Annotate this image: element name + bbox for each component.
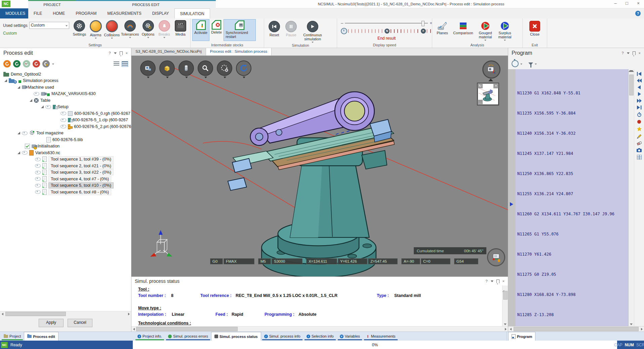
dock-tab-simul-process-info[interactable]: i Simul. process info — [261, 332, 304, 341]
play-icon[interactable] — [638, 92, 641, 96]
visibility-eye-icon[interactable] — [61, 125, 66, 128]
status-panel-vscrollbar[interactable] — [502, 286, 508, 326]
gcode-line[interactable]: N11255 X136.214 Y24.807 — [517, 191, 628, 197]
expand-icon[interactable] — [17, 132, 20, 134]
minimap-refresh-icon[interactable]: ↻ — [478, 83, 483, 88]
tree-row[interactable]: 600-92676-5_0.rgh (600-9267 — [0, 110, 131, 117]
gcode-line[interactable]: N11230 G1 X162.848 Y-55.81 — [517, 91, 628, 96]
panel-help-icon[interactable]: ? — [621, 51, 623, 55]
check-green-icon[interactable] — [13, 60, 21, 68]
visibility-eye-icon[interactable] — [34, 92, 39, 96]
gcode-line[interactable]: N11270 Y61.426 — [517, 252, 628, 257]
dock-tab-project-info[interactable]: i Project info. — [134, 332, 165, 341]
scrollbar-thumb[interactable] — [136, 327, 238, 331]
collapse-arrow-icon[interactable] — [488, 79, 493, 81]
scrollbar-thumb[interactable] — [5, 312, 66, 316]
expand-icon[interactable] — [41, 105, 44, 108]
options-button[interactable]: Options — [140, 19, 156, 38]
expand-icon[interactable] — [4, 79, 7, 82]
tab-home[interactable]: HOME — [47, 8, 70, 18]
camera-capture-icon[interactable] — [482, 60, 500, 79]
expand-icon[interactable] — [30, 99, 32, 102]
check-orange-icon[interactable] — [3, 60, 11, 68]
stopwatch-small-icon[interactable] — [637, 112, 642, 117]
media-button[interactable]: Media — [172, 19, 189, 36]
speed-slider-thumb[interactable] — [421, 21, 425, 26]
scroll-right-icon[interactable] — [639, 327, 644, 331]
expand-icon[interactable] — [17, 86, 20, 89]
normal-speed-marker[interactable]: N — [385, 29, 390, 34]
visibility-eye-icon[interactable] — [35, 164, 41, 168]
settings-button[interactable]: Settings — [71, 19, 87, 36]
gcode-line[interactable]: N11250 X136.865 Y22.835 — [517, 171, 628, 176]
speed-slider[interactable] — [345, 23, 428, 24]
visibility-eye-icon[interactable] — [35, 171, 41, 174]
scrollbar-thumb[interactable] — [503, 291, 508, 300]
collisions-button[interactable]: Collisions — [104, 19, 120, 39]
speed-plus[interactable]: + — [430, 20, 432, 26]
snapshot-icon[interactable] — [637, 148, 642, 152]
tree-row[interactable]: Tool magazine — [0, 130, 131, 137]
program-vscrollbar[interactable] — [628, 69, 634, 326]
scroll-down-icon[interactable] — [630, 323, 633, 325]
tab-file[interactable]: FILE — [28, 8, 47, 18]
scrollbar-thumb[interactable] — [514, 327, 639, 331]
panel-menu-icon[interactable] — [491, 280, 493, 282]
tree-horizontal-scrollbar[interactable] — [0, 311, 131, 316]
machine-state-icon[interactable] — [487, 248, 505, 266]
tree-row[interactable]: 600-92676-5_2.prt (600-92676 — [0, 123, 131, 130]
tree-row-selected[interactable]: Tool sequence 5, tool #10 - (0%) — [0, 182, 131, 189]
synchronized-restart-button[interactable]: Synchronized restart — [224, 19, 256, 41]
visibility-eye-icon[interactable] — [35, 177, 41, 181]
tab-display[interactable]: DISPLAY — [147, 8, 174, 18]
view-mode-detail-icon[interactable] — [122, 61, 128, 67]
minimap-close-icon[interactable]: × — [493, 83, 498, 88]
gcode-line[interactable]: N11235 X156.595 Y-36.884 — [517, 111, 628, 116]
chevron-down-icon[interactable] — [535, 63, 537, 65]
minimap-more-icon[interactable]: … — [478, 100, 483, 105]
breakpoint-icon[interactable] — [637, 120, 641, 124]
expand-icon[interactable] — [17, 151, 20, 154]
visibility-eye-icon[interactable] — [61, 118, 66, 122]
scrollbar-thumb[interactable] — [629, 75, 634, 95]
dock-tab-project[interactable]: Project — [1, 332, 24, 341]
panel-menu-icon[interactable] — [114, 52, 117, 54]
edit-pencil-icon[interactable] — [637, 134, 642, 139]
visibility-eye-icon[interactable] — [61, 112, 66, 115]
check-settings-icon[interactable] — [42, 60, 50, 68]
scroll-left-icon[interactable] — [131, 327, 136, 331]
minimap[interactable]: ↻ × … — [477, 83, 499, 105]
tree-row[interactable]: MAZAK_VARIAXIS-630 — [0, 91, 131, 97]
used-settings-select[interactable]: Custom — [29, 22, 70, 29]
tree-row[interactable]: Tool sequence 4, tool #7 - (0%) — [0, 176, 131, 182]
report-icon[interactable] — [140, 60, 156, 76]
checkbox-checked-icon[interactable] — [25, 144, 30, 149]
target-select-icon[interactable] — [217, 60, 232, 76]
tree-row[interactable]: Initialisation — [0, 143, 131, 150]
apply-button[interactable]: Apply — [39, 319, 64, 327]
chevron-down-icon[interactable] — [52, 63, 54, 65]
gcode-line[interactable]: N11260 G2 X134.611 Y34.767 I30.147 J9.96 — [517, 212, 628, 217]
gcode-line[interactable]: N11280 X168.824 Y-73.898 — [517, 292, 628, 297]
tab-simulation[interactable]: SIMULATION — [174, 8, 210, 18]
gcode-line[interactable]: N11240 X156.314 Y-36.032 — [517, 131, 628, 136]
panel-menu-icon[interactable] — [627, 52, 630, 54]
doc-tab-project[interactable]: S3_NC-628_01_Demo_NCDoc.NcsPrj — [131, 48, 206, 55]
close-simulation-button[interactable]: Close — [526, 20, 543, 36]
dock-tab-process-edit[interactable]: Process edit — [24, 332, 58, 341]
fast-forward-icon[interactable] — [637, 99, 642, 103]
planes-button[interactable]: Planes — [434, 20, 451, 35]
close-button[interactable]: × — [633, 0, 644, 7]
go-to-end-icon[interactable] — [637, 105, 642, 110]
tab-measurements[interactable]: MEASUREMENTS — [102, 8, 147, 18]
view-mode-list-icon[interactable] — [114, 61, 119, 67]
dock-tab-program[interactable]: Program — [508, 332, 535, 341]
gcode-line[interactable]: N11275 G0 Z19.05 — [517, 272, 628, 277]
scroll-left-icon[interactable] — [0, 312, 5, 316]
tree-row[interactable]: 600-92676-5.tlib — [0, 136, 131, 143]
dock-tab-simul-process-errors[interactable]: Simul. process errors — [165, 332, 211, 341]
scroll-left-icon[interactable] — [508, 327, 513, 331]
tree-row[interactable]: Tool sequence 2, tool #21 - (0%) — [0, 163, 131, 169]
alarms-button[interactable]: Alarms — [88, 19, 104, 39]
visibility-eye-icon[interactable] — [45, 105, 51, 109]
